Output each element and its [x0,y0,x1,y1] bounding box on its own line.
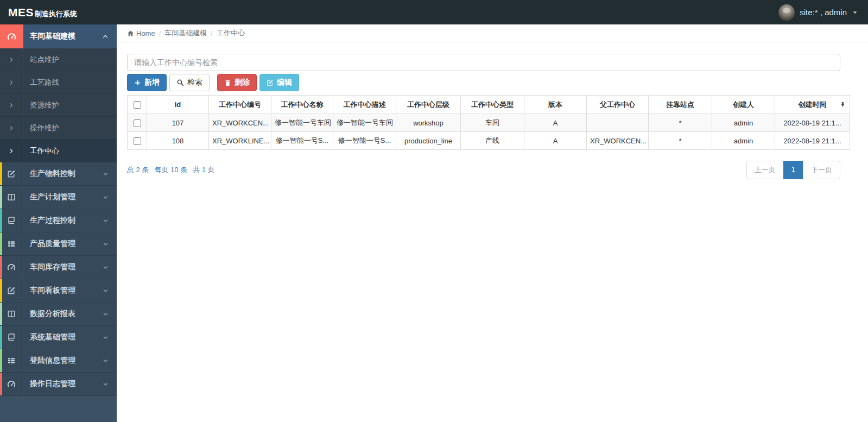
table-cell: XR_WORKCEN... [587,132,649,150]
accent-bar [0,349,2,372]
table-header-row: id工作中心编号工作中心名称工作中心描述工作中心层级工作中心类型版本父工作中心挂… [128,96,850,114]
column-header-label: 工作中心编号 [219,100,261,109]
sidebar-subitem[interactable]: 资源维护 [0,94,117,117]
add-button-label: 新增 [144,78,160,87]
search-button[interactable]: 检索 [169,74,210,91]
sidebar-item-label: 生产过程控制 [23,209,103,232]
sidebar-subitem[interactable]: 站点维护 [0,48,117,71]
sidebar-subitem[interactable]: 工作中心 [0,140,117,162]
page-count: 共 1 页 [193,165,214,175]
accent-bar [0,326,2,349]
column-header[interactable]: 工作中心名称 [271,96,333,114]
gauge-icon [0,256,23,279]
table-row[interactable]: 108XR_WORKLINE...修一智能一号S...修一智能一号S...pro… [128,132,850,150]
add-button[interactable]: 新增 [127,74,167,91]
chevron-down-icon [103,209,117,232]
pencil-square-icon [0,279,23,302]
delete-button[interactable]: 删除 [217,74,257,91]
table-cell: A [524,132,587,150]
sidebar-item[interactable]: 产品质量管理 [0,232,117,256]
sidebar-item-label: 生产物料控制 [23,162,103,185]
column-header-label: id [175,100,181,109]
home-icon [127,30,134,37]
sidebar-group-workshop-modeling[interactable]: 车间基础建模 [0,24,117,48]
chevron-right-icon [0,71,23,93]
sidebar-subitem-label: 站点维护 [23,48,117,71]
table-cell: XR_WORKLINE... [209,132,271,150]
column-header[interactable]: 工作中心描述 [333,96,396,114]
row-checkbox[interactable] [134,137,141,145]
prev-page-button[interactable]: 上一页 [746,161,784,179]
next-page-button[interactable]: 下一页 [803,161,840,179]
column-header[interactable]: 工作中心层级 [396,96,461,114]
brand-bold: MES [8,6,34,18]
sidebar-subitem-label: 资源维护 [23,94,117,116]
sidebar-item-label: 车间库存管理 [23,256,103,279]
book-icon [0,209,23,232]
column-header-label: 版本 [548,100,562,109]
sidebar-item-label: 生产计划管理 [23,186,103,209]
edit-button-label: 编辑 [277,78,292,87]
sidebar-subitem-label: 操作维护 [23,117,117,139]
column-header-label: 工作中心类型 [471,100,514,109]
table-row[interactable]: 107XR_WORKCEN...修一智能一号车间修一智能一号车间workshop… [128,114,850,132]
column-header[interactable]: 版本 [524,96,587,114]
chevron-down-icon [103,186,117,209]
column-header-label: 工作中心描述 [344,100,386,109]
column-header[interactable]: 父工作中心 [587,96,649,114]
sidebar-items: 生产物料控制 生产计划管理 生产过程控制 产品质量管理 [0,162,117,396]
accent-bar [0,162,2,185]
list-icon [0,232,23,255]
pin-icon[interactable] [840,102,846,108]
accent-bar [0,373,2,395]
sidebar-item[interactable]: 登陆信息管理 [0,349,117,373]
accent-bar [0,279,2,302]
column-header[interactable]: 创建时间 [775,96,850,114]
chevron-right-icon [0,48,23,71]
chevron-down-icon [103,256,117,279]
gauge-icon [0,373,23,395]
row-select-cell [128,132,147,150]
select-all-checkbox[interactable] [134,101,141,109]
sidebar-item[interactable]: 数据分析报表 [0,303,117,326]
breadcrumb-section-link[interactable]: 车间基础建模 [164,28,207,38]
user-label: site:* , admin [800,8,847,17]
sidebar-item[interactable]: 操作日志管理 [0,373,117,396]
sidebar-item[interactable]: 生产过程控制 [0,209,117,232]
breadcrumb-home-link[interactable]: Home [127,29,155,37]
table-cell: 修一智能一号车间 [271,114,333,132]
sidebar-subitem-label: 工作中心 [23,140,117,162]
row-checkbox[interactable] [134,119,141,127]
search-input[interactable] [127,54,840,71]
table-cell [587,114,649,132]
edit-button[interactable]: 编辑 [259,74,299,91]
column-header[interactable]: 挂靠站点 [649,96,712,114]
top-navbar: MES制造执行系统 site:* , admin [0,0,868,24]
trash-icon [224,79,231,86]
page-1-button[interactable]: 1 [783,161,803,179]
table-body: 107XR_WORKCEN...修一智能一号车间修一智能一号车间workshop… [128,114,850,150]
column-header[interactable]: 工作中心编号 [209,96,271,114]
list-icon [0,349,23,372]
sidebar-subitem[interactable]: 工艺路线 [0,71,117,94]
column-header[interactable]: id [147,96,209,114]
sidebar-item[interactable]: 生产物料控制 [0,162,117,186]
column-header[interactable]: 创建人 [712,96,775,114]
user-menu[interactable]: site:* , admin [778,4,868,21]
column-header-label: 工作中心名称 [281,100,324,109]
accent-bar [0,232,2,255]
column-header-label: 工作中心层级 [407,100,449,109]
sidebar-item[interactable]: 生产计划管理 [0,186,117,209]
row-select-cell [128,114,147,132]
sidebar-item[interactable]: 车间看板管理 [0,279,117,303]
column-header[interactable]: 工作中心类型 [461,96,524,114]
per-page-count: 每页 10 条 [154,165,187,175]
column-header-label: 挂靠站点 [666,100,694,109]
sidebar-subitem[interactable]: 操作维护 [0,117,117,140]
table-cell: XR_WORKCEN... [209,114,271,132]
work-center-table: id工作中心编号工作中心名称工作中心描述工作中心层级工作中心类型版本父工作中心挂… [127,95,850,150]
accent-bar [0,186,2,209]
sidebar-item[interactable]: 车间库存管理 [0,256,117,279]
content-area: Home / 车间基础建模 / 工作中心 新增 检索 删除 编辑 [117,24,868,422]
sidebar-item[interactable]: 系统基础管理 [0,326,117,349]
